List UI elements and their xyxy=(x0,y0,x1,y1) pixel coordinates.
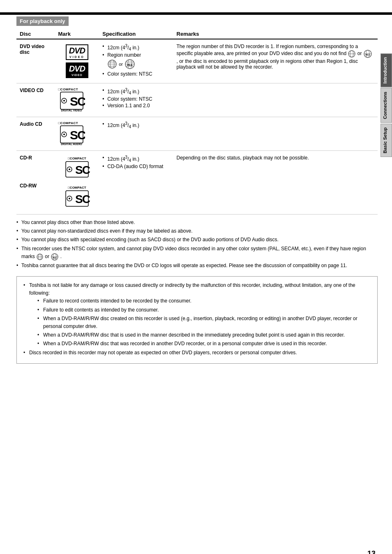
spec-item: 12cm (43/4 in.) xyxy=(102,88,170,95)
spec-item: Color system: NTSC xyxy=(102,96,170,102)
svg-text:ALL: ALL xyxy=(127,63,133,66)
svg-text:SC: SC xyxy=(75,193,90,205)
disc-remark-dvd: The region number of this DVD recorder i… xyxy=(173,39,378,83)
svg-point-20 xyxy=(63,100,65,102)
dvd-logo-container: DVD VIDEO DVD VIDEO xyxy=(58,44,96,79)
col-remarks: Remarks xyxy=(173,29,378,39)
dvd-video-label: VIDEO xyxy=(69,55,85,58)
spec-item: Version 1.1 and 2.0 xyxy=(102,103,170,108)
svg-text:SC: SC xyxy=(70,128,85,142)
disc-mark-acd: □COMPACT SC DIGITAL AUDIO xyxy=(55,117,99,151)
table-row: Audio CD □COMPACT SC DIGITAL AUDIO xyxy=(16,117,378,151)
cdrw-mark: □COMPACT SC xyxy=(58,184,96,210)
globe-inline-2: ALL xyxy=(363,49,372,58)
disc-svg-cdr: SC xyxy=(64,161,90,180)
globe-inline-1 xyxy=(348,50,356,58)
tab-basic-setup[interactable]: Basic Setup xyxy=(380,124,392,157)
compact-label-vcd: □COMPACT xyxy=(58,88,78,91)
disclaimer-footer: Discs recorded in this recorder may not … xyxy=(23,349,371,357)
note-item: Toshiba cannot guarantee that all discs … xyxy=(16,262,378,270)
compact-disc-vcd: □COMPACT SC DIGITAL VIDEO xyxy=(58,88,96,113)
cdrw-label: CD-RW xyxy=(20,183,52,189)
col-spec: Specification xyxy=(99,29,173,39)
tab-connections[interactable]: Connections xyxy=(380,88,392,123)
svg-point-25 xyxy=(63,134,65,135)
spec-list-cdr: 12cm (43/4 in.) CD-DA (audio CD) format xyxy=(102,155,170,169)
dvd-logo-bottom: DVD VIDEO xyxy=(66,62,88,78)
disclaimer-intro: Toshiba is not liable for any damage or … xyxy=(23,282,371,348)
disc-spec-acd: 12cm (43/4 in.) xyxy=(99,117,173,151)
disc-remark-acd xyxy=(173,117,378,151)
note-item: You cannot play discs other than those l… xyxy=(16,219,378,226)
compact-disc-acd: □COMPACT SC DIGITAL AUDIO xyxy=(58,121,96,146)
disc-spec-vcd: 12cm (43/4 in.) Color system: NTSC Versi… xyxy=(99,83,173,117)
spec-item: 12cm (43/4 in.) xyxy=(102,155,170,163)
spec-list-acd: 12cm (43/4 in.) xyxy=(102,121,170,129)
disc-mark-vcd: □COMPACT SC DIGITAL VIDEO xyxy=(55,83,99,117)
spec-item: Region number xyxy=(102,52,170,70)
svg-text:DIGITAL AUDIO: DIGITAL AUDIO xyxy=(61,143,82,145)
disclaimer-box: Toshiba is not liable for any damage or … xyxy=(16,276,378,364)
compact-label-cdr: □COMPACT xyxy=(68,157,86,160)
spec-list-dvd: 12cm (43/4 in.) Region number xyxy=(102,44,170,77)
note-item: You cannot play non-standardized discs e… xyxy=(16,227,378,235)
disclaimer-item: When a DVD-RAM/R/RW disc that is used in… xyxy=(37,331,371,339)
page-number: 13 xyxy=(367,549,376,554)
disc-remark-vcd xyxy=(173,83,378,117)
disclaimer-list: Toshiba is not liable for any damage or … xyxy=(23,282,371,357)
svg-point-30 xyxy=(69,169,70,170)
note-item: This recorder uses the NTSC color system… xyxy=(16,245,378,261)
disclaimer-item: When a DVD-RAM/R/RW disc that was record… xyxy=(37,340,371,348)
notes-section: You cannot play discs other than those l… xyxy=(16,219,378,270)
disc-spec-cdr: 12cm (43/4 in.) CD-DA (audio CD) format xyxy=(99,151,173,215)
disclaimer-sub-list: Failure to record contents intended to b… xyxy=(29,297,371,348)
disc-svg-vcd: SC DIGITAL VIDEO xyxy=(58,91,85,113)
spec-item: 12cm (43/4 in.) xyxy=(102,121,170,129)
disclaimer-item: Failure to record contents intended to b… xyxy=(37,297,371,305)
tab-introduction[interactable]: Introduction xyxy=(380,53,392,87)
spec-list-vcd: 12cm (43/4 in.) Color system: NTSC Versi… xyxy=(102,88,170,108)
globe-note-1 xyxy=(36,253,44,261)
notes-list: You cannot play discs other than those l… xyxy=(16,219,378,270)
svg-point-34 xyxy=(69,198,70,199)
top-bar xyxy=(0,12,392,15)
disc-remark-cdr: Depending on the disc status, playback m… xyxy=(173,151,378,215)
compact-label-acd: □COMPACT xyxy=(58,121,78,125)
dvd-logo-top: DVD VIDEO xyxy=(66,44,88,60)
disc-mark-dvd: DVD VIDEO DVD VIDEO xyxy=(55,39,99,83)
disc-svg-cdrw: SC xyxy=(64,190,90,209)
spec-item: CD-DA (audio CD) format xyxy=(102,164,170,169)
table-row: DVD video disc DVD VIDEO DVD VIDEO xyxy=(16,39,378,83)
disc-name-cdr: CD-R CD-RW xyxy=(16,151,55,215)
compact-label-cdrw: □COMPACT xyxy=(68,186,86,189)
cdr-mark: □COMPACT SC xyxy=(58,155,96,181)
table-row: VIDEO CD □COMPACT SC xyxy=(16,83,378,117)
region-icons: or ALL xyxy=(107,59,135,69)
svg-text:ALL: ALL xyxy=(365,53,370,56)
globe-icon-1 xyxy=(107,59,117,69)
section-header: For playback only xyxy=(16,16,69,26)
svg-text:DIGITAL VIDEO: DIGITAL VIDEO xyxy=(61,109,82,112)
spec-item: 12cm (43/4 in.) xyxy=(102,44,170,51)
main-content: For playback only Disc Mark Specificatio… xyxy=(16,12,378,364)
col-disc: Disc xyxy=(16,29,55,39)
disc-svg-acd: SC DIGITAL AUDIO xyxy=(58,125,85,146)
col-mark: Mark xyxy=(55,29,99,39)
disc-name-dvd: DVD video disc xyxy=(16,39,55,83)
note-item: You cannot play discs with specialized e… xyxy=(16,236,378,244)
disc-table: Disc Mark Specification Remarks DVD vide… xyxy=(16,29,378,215)
disc-spec-dvd: 12cm (43/4 in.) Region number xyxy=(99,39,173,83)
sidebar-tabs: Introduction Connections Basic Setup xyxy=(380,53,392,158)
cdr-label: CD-R xyxy=(20,155,52,161)
spec-item: Color system: NTSC xyxy=(102,71,170,77)
globe-note-2: ALL xyxy=(51,253,59,261)
dvd-text-bottom: DVD xyxy=(69,64,85,74)
or-text: or xyxy=(119,62,123,67)
disc-name-vcd: VIDEO CD xyxy=(16,83,55,117)
table-row: CD-R CD-RW □COMPACT SC xyxy=(16,151,378,215)
disclaimer-item: When a DVD-RAM/R/RW disc created on this… xyxy=(37,315,371,330)
globe-icon-2: ALL xyxy=(125,59,135,69)
disc-name-acd: Audio CD xyxy=(16,117,55,151)
disc-mark-cdr: □COMPACT SC □COMPACT xyxy=(55,151,99,215)
page-wrapper: Introduction Connections Basic Setup For… xyxy=(0,12,392,554)
